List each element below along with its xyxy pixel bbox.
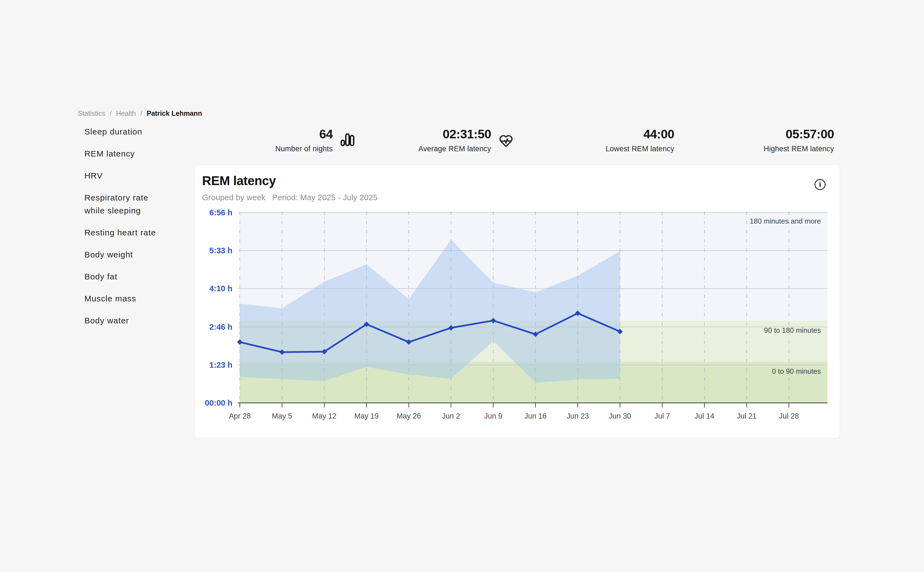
x-axis-label: Jul 21 (737, 412, 756, 420)
y-axis-label: 00:00 h (205, 398, 232, 407)
zone-label: 0 to 90 minutes (772, 367, 821, 375)
x-axis-label: Jul 7 (654, 412, 670, 420)
y-axis-label: 2:46 h (209, 323, 232, 331)
zone-label: 180 minutes and more (750, 217, 821, 225)
x-axis-label: Jun 30 (609, 412, 631, 420)
x-axis-label: May 5 (272, 412, 292, 420)
y-axis-label: 1:23 h (209, 361, 232, 369)
y-axis-label: 5:33 h (209, 246, 232, 255)
x-axis-label: May 19 (354, 412, 379, 420)
x-axis-label: Jun 2 (442, 412, 460, 420)
x-axis-label: May 12 (312, 412, 337, 420)
health-statistics-page: Statistics / Health / Patrick Lehmann Sl… (0, 0, 924, 572)
zone-label: 90 to 180 minutes (764, 326, 821, 334)
rem-latency-chart: Apr 28May 5May 12May 19May 26Jun 2Jun 9J… (0, 0, 924, 572)
x-axis-label: Apr 28 (229, 412, 251, 420)
x-axis-label: Jun 23 (567, 412, 589, 420)
x-axis-label: Jun 16 (525, 412, 547, 420)
y-axis-label: 4:10 h (209, 284, 232, 293)
y-axis-label: 6:56 h (209, 208, 232, 217)
x-axis-label: Jun 9 (484, 412, 502, 420)
x-axis-label: Jul 14 (695, 412, 714, 420)
x-axis-label: May 26 (396, 412, 421, 420)
x-axis-label: Jul 28 (779, 412, 799, 420)
